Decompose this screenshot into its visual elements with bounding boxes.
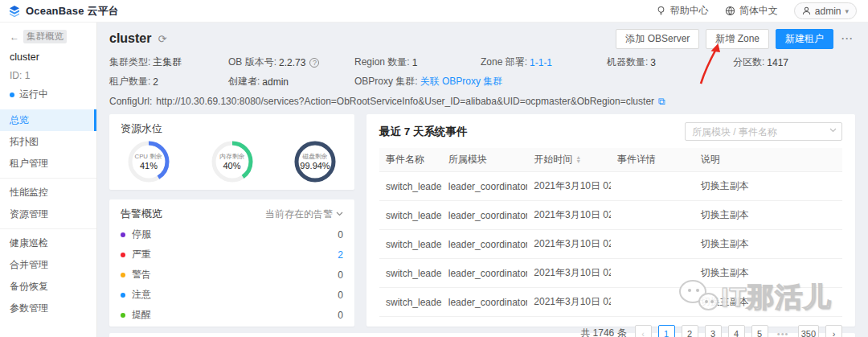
info-field-label: 分区数: [733,55,764,69]
table-row[interactable]: switch_leaderleader_coordinator2021年3月10… [379,230,842,259]
table-row[interactable]: switch_leaderleader_coordinator2021年3月10… [379,259,842,288]
question-circle-icon[interactable]: ? [309,58,319,68]
cell-module: leader_coordinator [442,201,528,230]
cell-desc: 切换主副本 [694,288,842,317]
copy-icon[interactable]: ⧉ [658,96,665,107]
alarm-level-label: 警告 [132,268,151,282]
column-header-label: 说明 [701,153,720,166]
gauge-center: 磁盘剩余 99.94% [293,140,337,183]
cell-detail [611,288,694,317]
info-field-label: OB 版本号: [228,55,276,69]
page-button-5[interactable]: 5 [751,325,768,337]
sidebar-item-3[interactable]: 性能监控 [0,182,96,203]
chevron-down-icon [829,128,837,133]
table-row[interactable]: switch_leaderleader_coordinator2021年3月10… [379,288,842,317]
gauge-label: 磁盘剩余 [302,153,327,160]
alarm-level-label: 提醒 [132,308,151,322]
events-search-input[interactable] [685,122,842,141]
action-button-2[interactable]: 新建租户 [776,29,833,49]
cell-time: 2021年3月10日 02:01:54 [527,288,611,317]
alarm-level-dot-icon [121,273,125,277]
alarm-filter-dropdown[interactable]: 当前存在的告警 [265,208,343,221]
alarm-level-dot-icon [121,253,125,257]
sidebar-item-5[interactable]: 健康巡检 [0,232,96,254]
info-field-label: OBProxy 集群: [354,75,418,88]
page-button-4[interactable]: 4 [728,325,745,337]
info-field: 创建者: admin [228,75,354,88]
info-field: Region 数量: 1 [354,55,481,69]
action-button-1[interactable]: 新增 Zone [706,29,769,49]
help-center-link[interactable]: 帮助中心 [656,4,709,18]
config-url-row: ConfigUrl: http://10.30.69.130:8080/serv… [109,96,855,107]
info-field-value: admin [262,76,289,88]
events-table-body: switch_leaderleader_coordinator2021年3月10… [379,172,842,317]
sidebar-item-0[interactable]: 总览 [0,109,96,131]
info-field-label: 创建者: [228,75,260,88]
back-arrow-icon: ← [10,31,19,43]
alarm-row: 停服 0 [121,224,343,245]
top-header: OceanBase 云平台 帮助中心 简体中文 admin ▾ [0,0,868,23]
sidebar-item-6[interactable]: 合并管理 [0,254,96,276]
column-header-label: 事件名称 [386,153,424,166]
config-url-value: http://10.30.69.130:8080/services?Action… [156,96,654,107]
info-field: 机器数量: 3 [607,55,733,69]
alarm-card-title: 告警概览 [121,207,162,221]
page-button-•••[interactable]: ••• [775,325,792,337]
table-column-header[interactable]: 开始时间 ▲▼ [527,148,611,172]
cell-name: switch_leader [379,201,442,230]
cell-name: switch_leader [379,288,442,317]
action-button-0[interactable]: 添加 OBServer [616,29,699,49]
sidebar-item-7[interactable]: 备份恢复 [0,276,96,298]
resource-water-level-card: 资源水位 CPU 剩余 41% 内存剩余 40% 磁盘剩余 99.94% [109,114,354,190]
user-menu[interactable]: admin ▾ [794,2,857,19]
gauge-value: 41% [140,161,158,171]
language-label: 简体中文 [739,4,778,18]
info-field-value[interactable]: 1-1-1 [530,57,552,68]
page-head: cluster ⟳ 添加 OBServer新增 Zone新建租户 ··· [109,28,855,49]
sidebar-item-2[interactable]: 租户管理 [0,153,96,175]
user-icon [802,6,811,15]
page-button-350[interactable]: 350 [798,325,819,337]
alarm-card-head: 告警概览 当前存在的告警 [121,207,343,221]
sidebar-cluster-id: ID: 1 [0,63,96,81]
column-header-label: 开始时间 [534,153,572,166]
cell-desc: 切换主副本 [694,172,842,201]
cluster-status: 运行中 [0,81,96,101]
system-events-card: 最近 7 天系统事件 事件名称 所属模块 开始时间 ▲▼ 事件详情 说明 [366,114,855,327]
alarm-level-label: 停服 [132,228,151,241]
left-column: 资源水位 CPU 剩余 41% 内存剩余 40% 磁盘剩余 99.94% [109,114,354,327]
title-wrap: cluster ⟳ [109,31,166,46]
page-button-1[interactable]: 1 [658,325,675,337]
info-field: OBProxy 集群: 关联 OBProxy 集群 [354,75,481,88]
cell-detail [611,172,694,201]
more-actions-button[interactable]: ··· [840,33,855,44]
next-page-button[interactable]: › [825,325,842,337]
info-field-value: 2.2.73 [279,57,305,68]
cards-area: 资源水位 CPU 剩余 41% 内存剩余 40% 磁盘剩余 99.94% [109,114,855,327]
prev-page-button[interactable]: ‹ [635,325,652,337]
cell-name: switch_leader [379,230,442,259]
cluster-info-grid: 集群类型: 主集群 OB 版本号: 2.2.73 ? Region 数量: 1 … [109,55,855,88]
refresh-icon[interactable]: ⟳ [158,33,166,45]
table-row[interactable]: switch_leaderleader_coordinator2021年3月10… [379,172,842,201]
info-field-value[interactable]: 关联 OBProxy 集群 [420,75,503,88]
alarm-level-dot-icon [121,293,125,298]
back-link[interactable]: ← 集群概览 [0,30,96,43]
status-dot-icon [10,92,14,97]
page-button-2[interactable]: 2 [682,325,698,337]
sidebar-item-1[interactable]: 拓扑图 [0,131,96,153]
alarm-level-dot-icon [121,232,125,237]
page-button-3[interactable]: 3 [705,325,722,337]
cell-detail [611,230,694,259]
table-row[interactable]: switch_leaderleader_coordinator2021年3月10… [379,201,842,230]
sidebar-item-4[interactable]: 资源管理 [0,203,96,225]
language-switcher[interactable]: 简体中文 [725,4,778,18]
oceanbase-logo[interactable]: OceanBase 云平台 [8,4,119,18]
sidebar-divider [0,178,96,179]
events-search-select[interactable] [685,122,842,141]
alarm-count[interactable]: 2 [338,249,343,261]
info-field: 分区数: 1417 [733,55,855,69]
info-field-label: 集群类型: [109,55,150,69]
sidebar-item-8[interactable]: 参数管理 [0,298,96,319]
info-field: OB 版本号: 2.2.73 ? [228,55,354,69]
